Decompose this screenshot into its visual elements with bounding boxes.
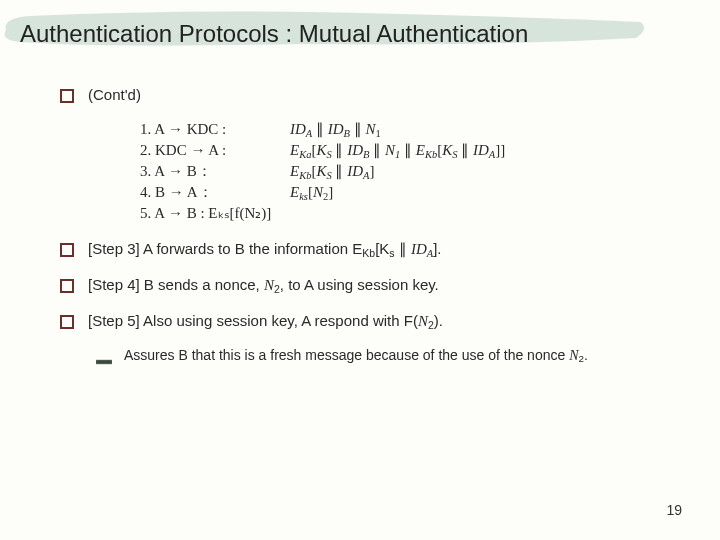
protocol-row: 1. A → KDC :IDA ∥ IDB ∥ N1 [140, 119, 660, 140]
page-title: Authentication Protocols : Mutual Authen… [20, 20, 720, 48]
bullet-text-contd: (Cont'd) [88, 84, 141, 105]
svg-rect-4 [96, 360, 112, 364]
svg-rect-0 [61, 90, 73, 102]
protocol-lhs: 3. A → B： [140, 161, 290, 182]
subbullet-assures: Assures B that this is a fresh message b… [96, 346, 660, 366]
dash-bullet-icon [96, 351, 112, 361]
protocol-row: 2. KDC → A :EKa[KS ∥ IDB ∥ N1 ∥ EKb[KS ∥… [140, 140, 660, 161]
protocol-row: 5. A → B : Eₖₛ[f(N₂)] [140, 203, 660, 224]
page-number: 19 [666, 502, 682, 518]
bullet-step4: [Step 4] B sends a nonce, N2, to A using… [60, 274, 660, 296]
subbullet-text: Assures B that this is a fresh message b… [124, 346, 588, 366]
protocol-row: 4. B → A：Eks[N2] [140, 182, 660, 203]
text-step4: [Step 4] B sends a nonce, N2, to A using… [88, 274, 439, 296]
protocol-block: 1. A → KDC :IDA ∥ IDB ∥ N12. KDC → A :EK… [140, 119, 660, 224]
svg-rect-2 [61, 280, 73, 292]
square-bullet-icon [60, 87, 74, 101]
bullet-step5: [Step 5] Also using session key, A respo… [60, 310, 660, 332]
protocol-row: 3. A → B：EKb[KS ∥ IDA] [140, 161, 660, 182]
protocol-rhs: Eks[N2] [290, 182, 333, 203]
svg-rect-1 [61, 244, 73, 256]
svg-rect-3 [61, 316, 73, 328]
protocol-rhs: EKa[KS ∥ IDB ∥ N1 ∥ EKb[KS ∥ IDA]] [290, 140, 505, 161]
text-step3: [Step 3] A forwards to B the information… [88, 238, 442, 260]
square-bullet-icon [60, 241, 74, 255]
content-area: (Cont'd) 1. A → KDC :IDA ∥ IDB ∥ N12. KD… [0, 54, 720, 366]
protocol-rhs: IDA ∥ IDB ∥ N1 [290, 119, 381, 140]
protocol-lhs: 4. B → A： [140, 182, 290, 203]
bullet-step3: [Step 3] A forwards to B the information… [60, 238, 660, 260]
title-container: Authentication Protocols : Mutual Authen… [0, 0, 720, 54]
bullet-contd: (Cont'd) [60, 84, 660, 105]
square-bullet-icon [60, 313, 74, 327]
text-step5: [Step 5] Also using session key, A respo… [88, 310, 443, 332]
protocol-lhs: 2. KDC → A : [140, 140, 290, 161]
protocol-lhs: 1. A → KDC : [140, 119, 290, 140]
protocol-lhs: 5. A → B : Eₖₛ[f(N₂)] [140, 203, 290, 224]
square-bullet-icon [60, 277, 74, 291]
protocol-rhs: EKb[KS ∥ IDA] [290, 161, 374, 182]
